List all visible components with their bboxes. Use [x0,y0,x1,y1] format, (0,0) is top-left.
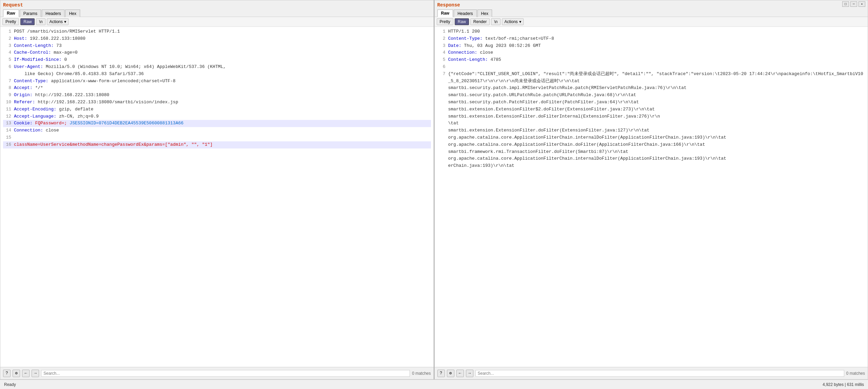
response-line-7b: smartbi.security.patch.impl.RMIServletPa… [437,85,865,92]
newline-btn-response[interactable]: \n [491,18,501,25]
request-pane: Request Raw Params Headers Hex Pretty Ra… [0,0,434,379]
response-search-bar: ? ⚙ ← → 0 matches [435,367,868,379]
response-line-7g: \tat [437,120,865,127]
help-btn-request[interactable]: ? [3,370,11,377]
request-line-8: 8 Accept: */* [3,85,431,92]
window-maximize-btn[interactable]: □ [842,1,849,7]
tab-headers-request[interactable]: Headers [42,10,65,17]
actions-label-response: Actions [504,19,518,24]
request-content[interactable]: 1 POST /smartbi/vision/RMIServlet HTTP/1… [0,27,434,367]
tab-hex-request[interactable]: Hex [65,10,80,17]
request-line-5: 5 If-Modified-Since: 0 [3,56,431,64]
response-line-7e: smartbi.extension.ExtensionFilter$2.doFi… [437,106,865,113]
request-line-12: 12 Accept-Language: zh-CN, zh;q=0.9 [3,113,431,120]
request-line-4: 4 Cache-Control: max-age=0 [3,49,431,56]
tab-raw-response[interactable]: Raw [437,10,453,17]
window-controls: □ ─ ▪ [842,1,865,7]
response-line-7h: smartbi.extension.ExtensionFilter.doFilt… [437,127,865,134]
window-restore-btn[interactable]: ▪ [858,1,865,7]
pretty-btn-request[interactable]: Pretty [2,18,19,25]
response-line-7i: org.apache.catalina.core.ApplicationFilt… [437,134,865,141]
response-line-7c: smartbi.security.patch.URLPatchRule.patc… [437,92,865,99]
actions-btn-request[interactable]: Actions ▾ [47,18,68,25]
response-line-7k: smartbi.framework.rmi.TransactionFilter.… [437,148,865,156]
response-line-5: 5 Content-Length: 4785 [437,56,865,64]
request-tab-row: Raw Params Headers Hex [3,9,431,17]
request-line-10: 10 Referer: http://192.168.222.133:18080… [3,99,431,106]
request-header: Request Raw Params Headers Hex [0,0,434,17]
pretty-btn-response[interactable]: Pretty [437,18,453,25]
tab-raw-request[interactable]: Raw [3,10,19,17]
raw-btn-response[interactable]: Raw [455,18,469,25]
status-ready: Ready [4,382,16,387]
status-info: 4,922 bytes | 631 millis [822,382,864,387]
response-line-4: 4 Connection: close [437,49,865,56]
response-pane: Response Raw Headers Hex Pretty Raw Rend… [434,0,868,379]
response-line-7f: smartbi.extension.ExtensionFilter.doFilt… [437,113,865,120]
response-line-3: 3 Date: Thu, 03 Aug 2023 08:52:26 GMT [437,42,865,50]
request-line-2: 2 Host: 192.168.222.133:18080 [3,35,431,42]
settings-btn-request[interactable]: ⚙ [13,370,20,377]
response-line-7: 7 {"retCode":"CLIENT_USER_NOT_LOGIN", "r… [437,71,865,85]
request-line-7: 7 Content-Type: application/x-www-form-u… [3,78,431,85]
render-btn-response[interactable]: Render [470,18,490,25]
next-match-btn-request[interactable]: → [32,370,39,377]
response-line-7j: org.apache.catalina.core.ApplicationFilt… [437,141,865,148]
window-minimize-btn[interactable]: ─ [850,1,857,7]
request-line-1: 1 POST /smartbi/vision/RMIServlet HTTP/1… [3,28,431,35]
tab-headers-response[interactable]: Headers [454,10,476,17]
raw-btn-request[interactable]: Raw [20,18,35,25]
actions-chevron-response: ▾ [519,19,521,24]
request-line-15: 15 [3,134,431,141]
request-line-16: 16 className=UserService&methodName=chan… [3,141,431,148]
request-line-11: 11 Accept-Encoding: gzip, deflate [3,106,431,113]
actions-chevron-request: ▾ [64,19,66,24]
settings-btn-response[interactable]: ⚙ [447,370,454,377]
request-line-6b: like Gecko) Chrome/85.0.4183.83 Safari/5… [3,71,431,78]
response-header: Response Raw Headers Hex [435,0,868,17]
response-line-7d: smartbi.security.patch.PatchFilter.doFil… [437,99,865,106]
response-content[interactable]: 1 HTTP/1.1 200 2 Content-Type: text/bof-… [435,27,868,367]
search-input-response[interactable] [475,370,844,377]
prev-match-btn-request[interactable]: ← [22,370,30,377]
request-line-14: 14 Connection: close [3,127,431,134]
request-line-13: 13 Cookie: FQPassword=; JSESSIONID=0761D… [3,120,431,127]
response-line-6: 6 [437,64,865,71]
newline-btn-request[interactable]: \n [36,18,46,25]
response-line-7l: org.apache.catalina.core.ApplicationFilt… [437,155,865,162]
request-line-3: 3 Content-Length: 73 [3,42,431,50]
tab-hex-response[interactable]: Hex [477,10,492,17]
status-bar: Ready 4,922 bytes | 631 millis [0,379,868,389]
matches-label-request: 0 matches [412,371,431,376]
response-line-7m: erChain.java:193)\r\n\tat [437,162,865,170]
request-line-6: 6 User-Agent: Mozilla/5.0 (Windows NT 10… [3,64,431,71]
response-toolbar: Pretty Raw Render \n Actions ▾ [435,17,868,27]
next-match-btn-response[interactable]: → [466,370,473,377]
search-input-request[interactable] [41,370,410,377]
actions-label-request: Actions [49,19,62,24]
help-btn-response[interactable]: ? [437,370,445,377]
response-line-1: 1 HTTP/1.1 200 [437,28,865,35]
response-tab-row: Raw Headers Hex [437,9,865,17]
response-title: Response [437,2,865,8]
tab-params-request[interactable]: Params [20,10,41,17]
prev-match-btn-response[interactable]: ← [456,370,464,377]
request-toolbar: Pretty Raw \n Actions ▾ [0,17,434,27]
actions-btn-response[interactable]: Actions ▾ [502,18,523,25]
matches-label-response: 0 matches [846,371,865,376]
request-title: Request [3,2,431,8]
response-line-2: 2 Content-Type: text/bof-rmi;charset=UTF… [437,35,865,42]
request-line-9: 9 Origin: http://192.168.222.133:18080 [3,92,431,99]
request-search-bar: ? ⚙ ← → 0 matches [0,367,434,379]
